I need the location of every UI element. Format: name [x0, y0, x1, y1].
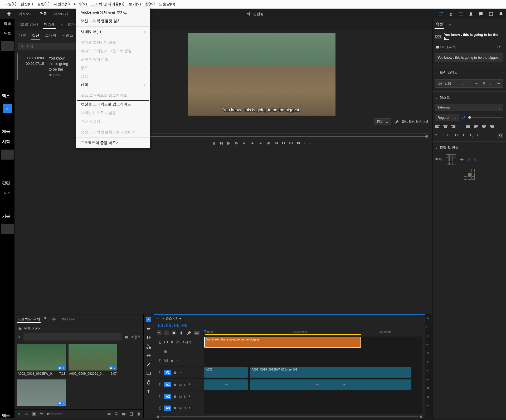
font-size-slider[interactable]: [468, 117, 503, 118]
underline-icon[interactable]: T: [476, 133, 479, 137]
all-caps-icon[interactable]: TT: [447, 133, 451, 137]
x-value[interactable]: 0,: [468, 158, 471, 162]
learn-thumb-3[interactable]: [1, 224, 14, 234]
video-clip[interactable]: A002_: [204, 367, 248, 378]
find-icon[interactable]: [114, 412, 119, 416]
menu-window[interactable]: 창(W): [143, 1, 157, 7]
style-dropdown[interactable]: 없음 ⌄ 0⌄: [435, 79, 503, 88]
mic-icon[interactable]: [188, 406, 192, 410]
font-weight-dropdown[interactable]: Regular⌄: [435, 114, 459, 121]
caption-tab[interactable]: 캡션: [31, 32, 40, 39]
project-tab[interactable]: 프로젝트: 무제: [17, 316, 41, 323]
mi-install-mogrt[interactable]: 모션 그래픽 템플릿 설치...: [76, 17, 150, 25]
export-frame-icon[interactable]: [289, 141, 293, 145]
faux-italic-icon[interactable]: T: [441, 133, 443, 137]
menu-graphics[interactable]: 그래픽 및 타이틀(G): [89, 1, 126, 7]
text-panel-tab[interactable]: 텍스트: [43, 20, 56, 29]
home-icon[interactable]: [6, 11, 12, 17]
timeline-zoom-scroll[interactable]: [154, 414, 425, 418]
workspaces-icon[interactable]: [459, 12, 463, 16]
panel-menu-icon[interactable]: ≡: [44, 316, 46, 323]
rtl-icon[interactable]: ▸¶: [498, 133, 503, 138]
sort-icon[interactable]: [100, 412, 104, 416]
tutorial-tab[interactable]: 튜토: [4, 31, 11, 36]
new-bin-icon[interactable]: [124, 335, 128, 339]
wrench-icon[interactable]: [395, 120, 399, 124]
clip-none-tab[interactable]: : (클립 없음): [17, 21, 39, 28]
audio-clip[interactable]: ◂◂: [204, 379, 248, 390]
bin-item[interactable]: ▣♪ A002_C018_0922BW_0...7:13: [17, 344, 66, 377]
more-icon[interactable]: [496, 81, 500, 86]
step-fwd-icon[interactable]: [258, 141, 262, 145]
settings-icon[interactable]: [186, 330, 191, 335]
track-select-tool-icon[interactable]: [146, 326, 151, 331]
bell-icon[interactable]: [499, 12, 503, 16]
pen-tool-icon[interactable]: [146, 362, 151, 367]
mi-new-layer[interactable]: 새 레이어(L)›: [76, 28, 150, 36]
graphic-tab[interactable]: 그래픽: [45, 32, 57, 39]
y-value[interactable]: 0: [474, 158, 476, 162]
eye-icon[interactable]: [176, 340, 180, 344]
list-view-icon[interactable]: [25, 412, 29, 416]
play-icon[interactable]: [250, 141, 255, 145]
font-size-value[interactable]: 48: [461, 116, 466, 120]
in-icon[interactable]: [219, 141, 223, 145]
cc-icon[interactable]: CC: [194, 331, 200, 335]
target-icon[interactable]: [173, 406, 177, 410]
linked-selection-icon[interactable]: [172, 330, 176, 335]
mi-select[interactable]: 선택›: [76, 81, 150, 89]
lock-icon[interactable]: [158, 406, 162, 410]
target-icon[interactable]: [170, 340, 174, 344]
quick-export-icon[interactable]: [439, 12, 443, 16]
automate-icon[interactable]: [107, 412, 111, 416]
razor-tool-icon[interactable]: [146, 344, 151, 349]
compare-icon[interactable]: [296, 141, 300, 145]
eye-icon[interactable]: [179, 371, 183, 374]
menu-edit[interactable]: 편집(E): [18, 1, 35, 7]
trash-icon[interactable]: [137, 412, 141, 416]
lock-icon[interactable]: [158, 383, 162, 387]
transcript-tab[interactable]: 대본: [18, 32, 27, 39]
goto-in-icon[interactable]: [235, 141, 239, 145]
anchor-grid[interactable]: [446, 154, 456, 165]
align-center-icon[interactable]: [443, 125, 448, 129]
align-left-icon[interactable]: [435, 125, 440, 129]
mute-icon[interactable]: M: [179, 383, 182, 386]
rectangle-tool-icon[interactable]: [146, 371, 151, 376]
mi-replace-project-fonts[interactable]: 프로젝트의 글꼴 바꾸기...: [76, 139, 150, 147]
align-justify-last-right-icon[interactable]: [489, 125, 494, 129]
sequence-tab[interactable]: 시퀀스: [61, 32, 74, 39]
properties-tab[interactable]: 속성: [435, 20, 444, 29]
download-button[interactable]: [3, 104, 12, 113]
extract-icon[interactable]: [281, 141, 286, 145]
learn-thumb-1[interactable]: [1, 41, 14, 51]
bin-item[interactable]: ▣♪ A002_C009_092221_0...2:07: [69, 344, 117, 377]
target-icon[interactable]: [173, 371, 177, 374]
push-icon[interactable]: [475, 81, 479, 86]
target-icon[interactable]: [164, 350, 167, 353]
lock-icon[interactable]: [158, 395, 162, 398]
add-icon[interactable]: +: [500, 70, 503, 75]
eye-icon[interactable]: [176, 359, 180, 363]
bin-item[interactable]: ▣♪: [17, 379, 66, 408]
menu-file[interactable]: 파일(F): [2, 1, 18, 7]
move-icon[interactable]: [460, 157, 464, 162]
track-v1-label[interactable]: V1: [164, 370, 171, 375]
chevron-down-icon[interactable]: ⌄: [435, 71, 437, 74]
audio-clip[interactable]: ◂◂ ▸▸: [250, 379, 411, 390]
menu-sequence[interactable]: 시퀀스(S): [52, 1, 72, 7]
subscript-icon[interactable]: TT: [470, 133, 473, 138]
program-video[interactable]: You know , this is going to be the bigge…: [188, 33, 335, 116]
beaker-icon[interactable]: [469, 12, 473, 16]
project-search-input[interactable]: [23, 333, 121, 340]
work-area[interactable]: [205, 334, 361, 335]
more-controls-icon[interactable]: »: [304, 141, 305, 146]
target-icon[interactable]: [173, 383, 177, 387]
share-icon[interactable]: [449, 12, 453, 16]
new-bin-icon[interactable]: [122, 412, 126, 416]
track-v2-label[interactable]: V2: [164, 359, 168, 363]
menu-help[interactable]: 도움말(H): [157, 1, 177, 7]
thumb-size-slider[interactable]: [47, 413, 62, 414]
sequence-name[interactable]: 시퀀스 01: [162, 316, 177, 321]
mic-icon[interactable]: [188, 383, 192, 387]
